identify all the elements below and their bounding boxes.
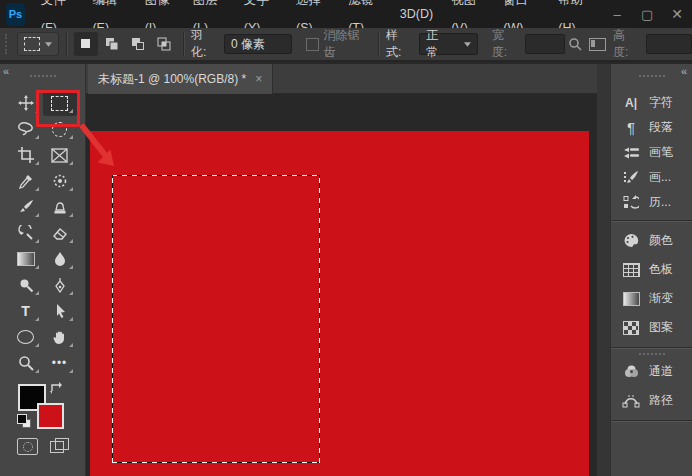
panel-group-1: A| 字符 ¶ 段落 画笔 画...	[611, 90, 692, 215]
tool-preset-button[interactable]	[17, 32, 59, 56]
document-tabbar: 未标题-1 @ 100%(RGB/8) * ×	[86, 64, 597, 94]
canvas[interactable]	[90, 131, 589, 476]
tools-grid: T •••	[0, 90, 85, 376]
intersect-selection-icon	[156, 36, 172, 52]
swap-colors-icon[interactable]	[50, 381, 63, 394]
edit-toolbar-button[interactable]: •••	[43, 350, 77, 376]
tool-options-bar: 羽化: 0 像素 消除锯齿 样式: 正常 宽度: 高度:	[0, 28, 692, 62]
panel-item-gradients[interactable]: 渐变	[611, 284, 692, 313]
zoom-tool[interactable]	[9, 350, 43, 376]
panel-gutter	[597, 64, 610, 476]
ellipse-icon	[17, 330, 34, 344]
history-brush-tool[interactable]	[9, 220, 43, 246]
subtract-from-selection-icon	[130, 36, 146, 52]
subtract-from-selection-button[interactable]	[126, 32, 150, 56]
dodge-tool[interactable]	[9, 272, 43, 298]
panel-item-history[interactable]: 历...	[611, 190, 692, 215]
minimize-icon[interactable]: –	[602, 7, 632, 22]
brush-tool[interactable]	[9, 194, 43, 220]
close-icon[interactable]: ✕	[662, 6, 692, 22]
background-color-swatch[interactable]	[37, 403, 64, 429]
selection-marquee[interactable]	[112, 175, 320, 463]
history-icon	[620, 194, 642, 212]
marquee-edge	[112, 175, 113, 463]
hand-icon	[52, 329, 68, 345]
eyedropper-tool[interactable]	[9, 168, 43, 194]
new-selection-button[interactable]	[74, 32, 98, 56]
toolbar-grip[interactable]	[30, 75, 56, 77]
window-controls: – ▢ ✕	[602, 6, 692, 22]
width-input[interactable]	[525, 34, 565, 54]
document-tab[interactable]: 未标题-1 @ 100%(RGB/8) * ×	[88, 64, 273, 94]
feather-label: 羽化:	[191, 27, 218, 61]
paragraph-icon: ¶	[620, 119, 642, 137]
panel-item-paragraph[interactable]: ¶ 段落	[611, 115, 692, 140]
quick-mask-button[interactable]	[17, 438, 38, 455]
blur-tool[interactable]	[43, 246, 77, 272]
frame-tool[interactable]	[43, 142, 77, 168]
tab-close-icon[interactable]: ×	[255, 72, 262, 86]
panel-item-paths[interactable]: 路径	[611, 386, 692, 415]
healing-brush-tool[interactable]	[43, 168, 77, 194]
document-title: 未标题-1 @ 100%(RGB/8) *	[98, 71, 246, 88]
default-colors-icon[interactable]	[17, 414, 31, 427]
rectangular-marquee-icon	[24, 37, 40, 51]
gradient-tool[interactable]	[9, 246, 43, 272]
right-panel-dock: « A| 字符 ¶ 段落 画笔 画...	[610, 64, 692, 476]
document-area: 未标题-1 @ 100%(RGB/8) * ×	[86, 64, 597, 476]
path-selection-tool[interactable]	[43, 298, 77, 324]
marquee-edge	[112, 175, 320, 176]
panel-grip[interactable]	[639, 75, 665, 77]
gradient-icon	[17, 252, 35, 266]
toolbar-header: «	[0, 64, 85, 90]
ellipsis-icon: •••	[52, 356, 68, 370]
screen-mode-button[interactable]	[50, 438, 69, 453]
height-input[interactable]	[646, 34, 692, 54]
panel-item-brushes[interactable]: 画笔	[611, 140, 692, 165]
add-to-selection-button[interactable]	[100, 32, 124, 56]
brushes-icon	[620, 144, 642, 162]
gradients-icon	[620, 290, 642, 308]
pen-tool[interactable]	[43, 272, 77, 298]
antialias-checkbox[interactable]	[306, 38, 319, 51]
menubar: Ps 文件(F) 编辑(E) 图像(I) 图层(L) 文字(Y) 选择(S) 滤…	[0, 0, 692, 28]
panel-item-brush-settings[interactable]: 画...	[611, 165, 692, 190]
history-brush-icon	[18, 225, 34, 241]
separator	[378, 32, 379, 56]
panel-group-2: 颜色 色板 渐变 图案	[611, 226, 692, 342]
panel-item-patterns[interactable]: 图案	[611, 313, 692, 342]
collapse-toolbar-icon[interactable]: «	[3, 65, 9, 77]
type-icon: T	[21, 303, 30, 319]
panel-grip[interactable]	[639, 353, 665, 355]
panel-icon[interactable]	[589, 38, 606, 51]
antialias-control: 消除锯齿	[306, 27, 371, 61]
options-grip	[5, 34, 9, 54]
clone-stamp-tool[interactable]	[43, 194, 77, 220]
healing-brush-icon	[52, 173, 68, 189]
feather-input[interactable]: 0 像素	[224, 34, 292, 54]
panel-item-character[interactable]: A| 字符	[611, 90, 692, 115]
crop-tool[interactable]	[9, 142, 43, 168]
ellipse-shape-tool[interactable]	[9, 324, 43, 350]
eyedropper-icon	[18, 173, 34, 189]
menu-3d[interactable]: 3D(D)	[391, 0, 442, 28]
panel-divider	[611, 220, 692, 221]
panel-item-swatches[interactable]: 色板	[611, 255, 692, 284]
panel-item-color[interactable]: 颜色	[611, 226, 692, 255]
type-tool[interactable]: T	[9, 298, 43, 324]
maximize-icon[interactable]: ▢	[632, 7, 662, 22]
intersect-selection-button[interactable]	[152, 32, 176, 56]
chevron-down-icon	[45, 42, 52, 47]
character-icon: A|	[620, 94, 642, 112]
panel-header: «	[611, 64, 692, 90]
style-select[interactable]: 正常	[419, 33, 478, 55]
frame-icon	[51, 148, 68, 163]
collapse-panel-icon[interactable]: «	[681, 65, 687, 77]
search-icon[interactable]	[568, 37, 583, 52]
panel-item-channels[interactable]: 通道	[611, 357, 692, 386]
eraser-tool[interactable]	[43, 220, 77, 246]
pasteboard	[86, 94, 597, 476]
photoshop-window: Ps 文件(F) 编辑(E) 图像(I) 图层(L) 文字(Y) 选择(S) 滤…	[0, 0, 692, 476]
hand-tool[interactable]	[43, 324, 77, 350]
quick-mask-icon	[23, 442, 33, 452]
